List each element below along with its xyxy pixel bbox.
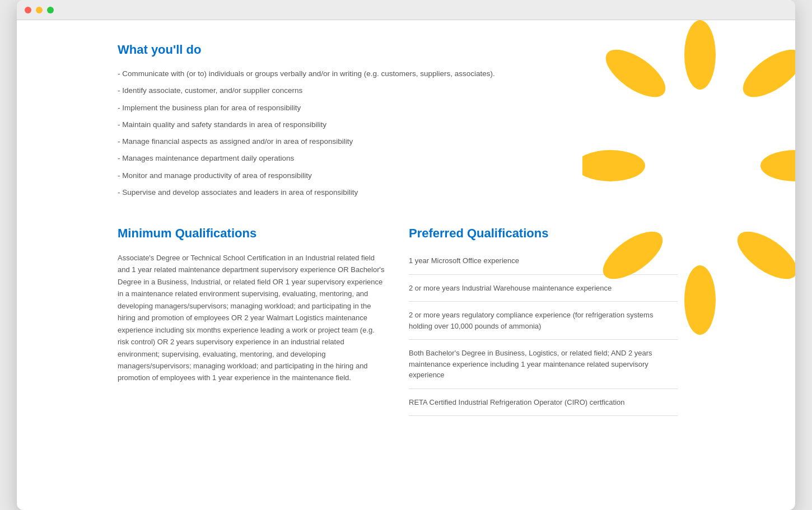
- preferred-qualification-item: 2 or more years regulatory compliance ex…: [409, 302, 678, 340]
- svg-point-1: [735, 41, 795, 106]
- close-button[interactable]: [25, 7, 31, 13]
- browser-toolbar: [17, 0, 795, 20]
- bullet-item: - Manage financial aspects as assigned a…: [118, 136, 510, 147]
- min-qual-title: Minimum Qualifications: [118, 226, 386, 241]
- preferred-qualification-item: Both Bachelor's Degree in Business, Logi…: [409, 340, 678, 389]
- what-you-do-section: What you'll do - Communicate with (or to…: [118, 43, 510, 198]
- page-content: What you'll do - Communicate with (or to…: [17, 20, 795, 510]
- svg-point-7: [598, 41, 673, 106]
- bullet-item: - Manages maintenance department daily o…: [118, 153, 510, 164]
- bullet-item: - Identify associate, customer, and/or s…: [118, 85, 510, 96]
- minimum-qualifications-section: Minimum Qualifications Associate's Degre…: [118, 226, 386, 416]
- bullet-item: - Monitor and manage productivity of are…: [118, 170, 510, 181]
- bullet-item: - Supervise and develop associates and l…: [118, 187, 510, 198]
- bullet-list: - Communicate with (or to) individuals o…: [118, 68, 510, 198]
- bullet-item: - Implement the business plan for area o…: [118, 102, 510, 114]
- svg-point-4: [684, 265, 716, 335]
- maximize-button[interactable]: [47, 7, 54, 13]
- minimize-button[interactable]: [36, 7, 43, 13]
- bullet-item: - Maintain quality and safety standards …: [118, 119, 510, 130]
- svg-point-0: [684, 20, 716, 90]
- min-qual-body: Associate's Degree or Technical School C…: [118, 252, 386, 384]
- svg-point-6: [582, 150, 645, 181]
- what-you-do-title: What you'll do: [118, 43, 510, 57]
- preferred-qualification-item: 2 or more years Industrial Warehouse mai…: [409, 275, 678, 302]
- qualifications-grid: Minimum Qualifications Associate's Degre…: [118, 226, 678, 416]
- preferred-qualification-item: RETA Certified Industrial Refrigeration …: [409, 389, 678, 417]
- preferred-qualifications-section: Preferred Qualifications 1 year Microsof…: [409, 226, 678, 416]
- pref-qual-title: Preferred Qualifications: [409, 226, 678, 241]
- preferred-qualification-item: 1 year Microsoft Office experience: [409, 252, 678, 275]
- preferred-items-list: 1 year Microsoft Office experience2 or m…: [409, 252, 678, 416]
- browser-window: What you'll do - Communicate with (or to…: [17, 0, 795, 510]
- bullet-item: - Communicate with (or to) individuals o…: [118, 68, 510, 79]
- svg-point-3: [730, 223, 795, 288]
- svg-point-2: [760, 150, 795, 181]
